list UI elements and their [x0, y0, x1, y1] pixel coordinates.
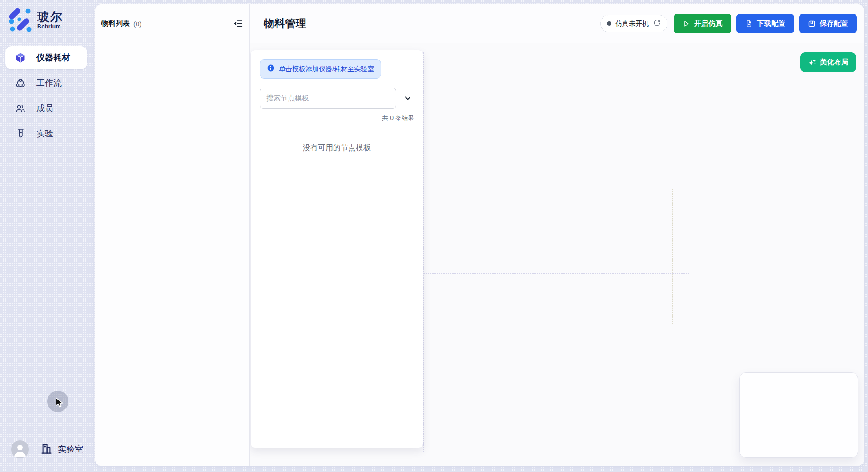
info-icon — [267, 64, 275, 74]
hint-banner-text: 单击模板添加仪器/耗材至实验室 — [279, 65, 374, 73]
start-simulation-button[interactable]: 开启仿真 — [674, 14, 731, 33]
collapse-panel-button[interactable] — [233, 18, 244, 29]
mouse-cursor — [54, 397, 66, 410]
hint-banner: 单击模板添加仪器/耗材至实验室 — [260, 59, 381, 79]
experiment-icon — [15, 128, 26, 139]
sidebar-item-label: 工作流 — [36, 77, 62, 89]
save-config-button[interactable]: 保存配置 — [799, 14, 857, 33]
sidebar-item-instruments[interactable]: 仪器耗材 — [5, 46, 87, 69]
brand-name: 玻尔 — [37, 10, 63, 24]
template-search-row — [260, 88, 414, 109]
main-region: 物料管理 仿真未开机 — [250, 4, 864, 466]
simulation-status-label: 仿真未开机 — [615, 20, 649, 28]
brand-logo[interactable]: 玻尔 Bohrium — [7, 7, 63, 33]
sidebar-item-label: 仪器耗材 — [36, 52, 70, 64]
materials-list-header: 物料列表 (0) — [95, 4, 249, 29]
members-icon — [15, 103, 26, 114]
building-icon — [40, 443, 52, 456]
canvas-guide-horizontal — [423, 273, 689, 274]
canvas-guide-vertical — [423, 52, 424, 452]
bohrium-logo-icon — [7, 7, 32, 33]
refresh-icon[interactable] — [653, 19, 661, 28]
canvas-minimap[interactable] — [739, 372, 858, 458]
sidebar: 玻尔 Bohrium 仪器耗材 — [0, 0, 96, 472]
canvas-guide-vertical-2 — [672, 189, 673, 324]
sidebar-item-workflow[interactable]: 工作流 — [0, 72, 96, 95]
sidebar-item-members[interactable]: 成员 — [0, 97, 96, 120]
download-config-button[interactable]: 下载配置 — [736, 14, 794, 33]
sidebar-item-label: 成员 — [36, 103, 53, 114]
lab-entry-label: 实验室 — [58, 444, 83, 455]
chevron-down-icon[interactable] — [402, 92, 414, 104]
materials-list-count: (0) — [133, 20, 141, 28]
save-config-label: 保存配置 — [820, 19, 848, 28]
sidebar-footer: 实验室 — [11, 440, 83, 458]
page-title: 物料管理 — [264, 16, 306, 31]
main-header: 物料管理 仿真未开机 — [250, 4, 864, 43]
content-surface: 物料列表 (0) 物料管理 仿真未开机 — [95, 4, 864, 466]
play-icon — [683, 20, 690, 28]
template-panel: 单击模板添加仪器/耗材至实验室 共 0 条结果 没有可用的节点模板 — [250, 50, 423, 448]
sidebar-nav: 仪器耗材 工作流 成员 — [0, 46, 96, 145]
node-canvas[interactable]: 单击模板添加仪器/耗材至实验室 共 0 条结果 没有可用的节点模板 — [250, 43, 864, 466]
sidebar-item-label: 实验 — [36, 128, 53, 140]
simulation-status-pill: 仿真未开机 — [600, 15, 667, 32]
brand-subtitle: Bohrium — [37, 24, 63, 30]
materials-list-title: 物料列表 — [101, 19, 130, 28]
materials-list-panel: 物料列表 (0) — [95, 4, 250, 466]
result-count: 共 0 条结果 — [260, 114, 414, 122]
cube-icon — [15, 52, 26, 63]
sparkles-icon — [808, 58, 816, 67]
beautify-layout-label: 美化布局 — [820, 58, 848, 67]
user-avatar[interactable] — [11, 440, 29, 458]
empty-templates-message: 没有可用的节点模板 — [260, 143, 414, 153]
file-download-icon — [745, 20, 753, 28]
start-simulation-label: 开启仿真 — [694, 19, 723, 28]
brand-text: 玻尔 Bohrium — [37, 10, 63, 30]
workflow-icon — [15, 78, 26, 88]
status-dot-icon — [607, 21, 611, 26]
download-config-label: 下载配置 — [757, 19, 785, 28]
sidebar-item-experiment[interactable]: 实验 — [0, 122, 96, 145]
header-actions: 仿真未开机 开启仿真 — [600, 14, 857, 33]
lab-entry[interactable]: 实验室 — [40, 443, 83, 456]
beautify-layout-button[interactable]: 美化布局 — [800, 52, 856, 72]
template-search-input[interactable] — [260, 88, 396, 109]
save-icon — [808, 20, 816, 28]
